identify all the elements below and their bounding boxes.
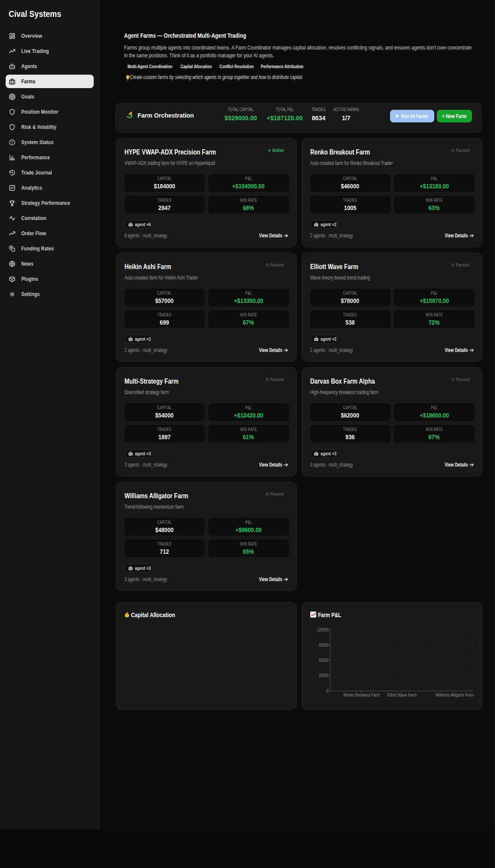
svg-text:120000: 120000	[317, 627, 328, 632]
svg-text:60000: 60000	[318, 658, 328, 663]
svg-text:Elliott Wave Farm: Elliott Wave Farm	[387, 692, 416, 697]
svg-text:Williams Alligator Farm: Williams Alligator Farm	[436, 692, 474, 697]
svg-text:30000: 30000	[318, 673, 328, 678]
svg-text:90000: 90000	[318, 642, 328, 648]
svg-text:0: 0	[326, 688, 328, 694]
svg-text:Renko Breakout Farm: Renko Breakout Farm	[343, 692, 380, 697]
